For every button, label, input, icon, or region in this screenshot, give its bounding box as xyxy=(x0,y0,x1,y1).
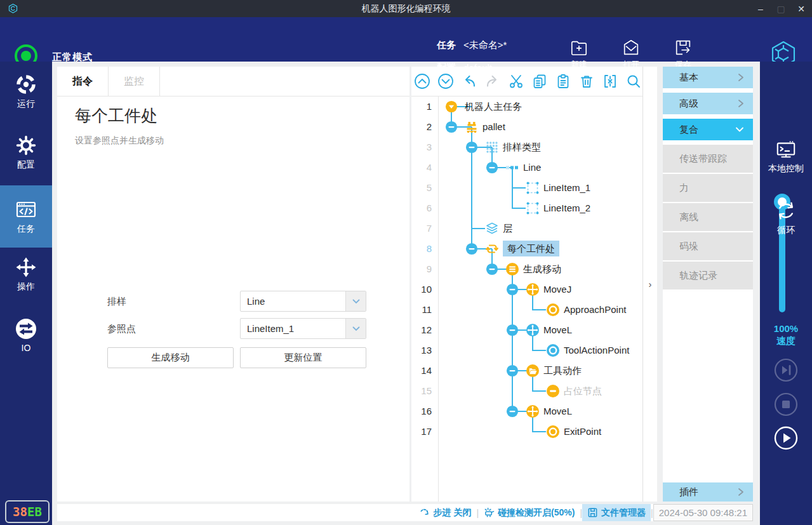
tree-row[interactable]: 12MoveL xyxy=(411,320,642,340)
tree-node-label[interactable]: MoveL xyxy=(543,320,572,340)
tree-node-label[interactable]: 机器人主任务 xyxy=(465,96,522,117)
sidebar-item-io[interactable]: IO xyxy=(0,312,52,358)
collapse-toggle[interactable] xyxy=(465,243,478,255)
sidebar-item-task[interactable]: 任务 xyxy=(0,185,52,248)
move-top-icon[interactable] xyxy=(414,73,430,90)
step-mode-status[interactable]: 步进 关闭 xyxy=(415,504,477,521)
sidebar-item-operate[interactable]: 操作 xyxy=(0,251,52,297)
tree-row[interactable]: 6LineItem_2 xyxy=(411,198,642,218)
palette-item[interactable]: 码垛 xyxy=(663,232,753,262)
tree-node-label[interactable]: 层 xyxy=(503,218,512,239)
collapse-toggle[interactable] xyxy=(486,161,498,174)
search-icon[interactable] xyxy=(625,73,642,90)
minimize-button[interactable]: – xyxy=(756,4,765,14)
play-button[interactable] xyxy=(773,425,799,451)
stop-button xyxy=(773,392,799,417)
tree-connector xyxy=(512,187,526,189)
save-button[interactable]: 保存 xyxy=(667,38,700,70)
maximize-button[interactable]: ▢ xyxy=(776,4,785,14)
tab-monitor[interactable]: 监控 xyxy=(109,67,160,96)
sidebar-item-config-label: 配置 xyxy=(17,159,35,171)
pattern-select[interactable]: Line xyxy=(240,291,366,312)
cut-icon[interactable] xyxy=(508,73,524,90)
delete-icon[interactable] xyxy=(578,73,595,90)
tree-row[interactable]: 16MoveL xyxy=(411,401,642,422)
category-advanced[interactable]: 高级 xyxy=(663,93,753,114)
tree-node-label[interactable]: MoveJ xyxy=(543,279,571,300)
line-number: 4 xyxy=(411,157,432,178)
tree-node-label[interactable]: 生成移动 xyxy=(523,259,561,279)
tree-node-label[interactable]: LineItem_1 xyxy=(543,178,590,198)
tree-node-label[interactable]: ToolActionPoint xyxy=(564,340,629,361)
tree-node-label[interactable]: ApproachPoint xyxy=(564,300,626,320)
sidebar-item-local-control[interactable]: 本地控制 xyxy=(760,133,812,181)
category-basic[interactable]: 基本 xyxy=(663,67,753,88)
tree-row[interactable]: 3排样类型 xyxy=(411,137,642,157)
sidebar-item-loop[interactable]: 循环 xyxy=(760,194,812,242)
tree-row[interactable]: 4Line xyxy=(411,157,642,178)
tree-row[interactable]: 13ToolActionPoint xyxy=(411,340,642,361)
file-manager-button[interactable]: 文件管理器 xyxy=(582,504,651,521)
generate-move-button[interactable]: 生成移动 xyxy=(107,347,234,368)
sidebar-item-config[interactable]: 配置 xyxy=(0,130,52,175)
tree-connector xyxy=(471,198,472,218)
tree-node-label[interactable]: 工具动作 xyxy=(543,361,582,381)
tree-node-label[interactable]: 每个工件处 xyxy=(503,239,559,259)
tree-row[interactable]: 7层 xyxy=(411,218,642,239)
collision-status[interactable]: 碰撞检测开启(50%) xyxy=(479,504,580,521)
copy-icon[interactable] xyxy=(531,73,548,90)
tree-row[interactable]: 10MoveJ xyxy=(411,279,642,300)
collapse-toggle[interactable] xyxy=(506,283,519,296)
root-node-icon[interactable] xyxy=(445,100,458,113)
tree-row[interactable]: 5LineItem_1 xyxy=(411,178,642,198)
new-button[interactable]: 新建 xyxy=(562,38,596,70)
category-composite[interactable]: 复合 xyxy=(663,119,753,140)
tree-node-label[interactable]: pallet xyxy=(483,117,505,137)
tree-row[interactable]: 9生成移动 xyxy=(411,259,642,279)
tree-node-label[interactable]: Line xyxy=(523,157,541,178)
reference-select[interactable]: LineItem_1 xyxy=(240,318,366,339)
open-button[interactable]: 打开 xyxy=(615,38,648,70)
close-button[interactable]: ✕ xyxy=(797,4,806,14)
collapse-toggle[interactable] xyxy=(506,405,519,418)
tab-instruction[interactable]: 指令 xyxy=(57,67,109,96)
panel-tabs: 指令 监控 xyxy=(57,67,409,96)
palette-item[interactable]: 轨迹记录 xyxy=(663,262,753,291)
palette-item[interactable]: 传送带跟踪 xyxy=(663,145,753,174)
tree-node-label[interactable]: LineItem_2 xyxy=(543,198,590,218)
move-bottom-icon[interactable] xyxy=(437,73,454,90)
point-yellow-icon xyxy=(546,425,560,439)
reference-label: 参照点 xyxy=(107,318,136,339)
palette-item[interactable]: 离线 xyxy=(663,203,753,232)
tree-row[interactable]: 15占位节点 xyxy=(411,381,642,401)
tree-row[interactable]: 14工具动作 xyxy=(411,361,642,381)
tree-node-label[interactable]: MoveL xyxy=(543,401,572,422)
palette-collapse-handle[interactable]: › xyxy=(642,67,657,502)
collapse-toggle[interactable] xyxy=(506,364,519,377)
pallet-icon xyxy=(465,120,479,134)
undo-icon[interactable] xyxy=(461,73,477,90)
tree-node-label[interactable]: ExitPoint xyxy=(564,422,601,442)
collapse-toggle[interactable] xyxy=(445,121,458,133)
program-id-badge: 38EB xyxy=(5,500,50,523)
step-button xyxy=(773,357,799,383)
tree-node-label[interactable]: 排样类型 xyxy=(503,137,541,157)
tree-row[interactable]: 8每个工件处 xyxy=(411,239,642,259)
paste-icon[interactable] xyxy=(555,73,571,90)
insert-icon[interactable] xyxy=(602,73,618,90)
operate-icon xyxy=(15,256,37,279)
collapse-toggle[interactable] xyxy=(486,263,498,276)
tree-row[interactable]: 2pallet xyxy=(411,117,642,137)
tree-row[interactable]: 11ApproachPoint xyxy=(411,300,642,320)
sidebar-item-run[interactable]: 运行 xyxy=(0,69,52,114)
collapse-toggle[interactable] xyxy=(465,141,478,154)
palette-item[interactable]: 力 xyxy=(663,174,753,203)
redo-icon[interactable] xyxy=(484,73,501,90)
tree-node-label[interactable]: 占位节点 xyxy=(564,381,602,401)
file-manager-icon xyxy=(587,507,598,518)
plugin-section[interactable]: 插件 xyxy=(663,482,753,502)
tree-row[interactable]: 1机器人主任务 xyxy=(411,96,642,117)
tree-row[interactable]: 17ExitPoint xyxy=(411,422,642,442)
collapse-toggle[interactable] xyxy=(506,324,519,336)
update-position-button[interactable]: 更新位置 xyxy=(240,347,366,368)
